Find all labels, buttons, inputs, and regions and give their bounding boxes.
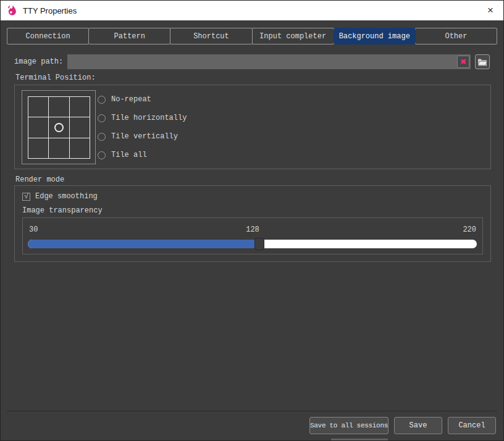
- tab-input-completer[interactable]: Input completer: [252, 28, 334, 44]
- tab-label: Other: [445, 32, 467, 41]
- radio-icon: [98, 96, 106, 104]
- grid-cell-bottom-left[interactable]: [28, 138, 49, 159]
- radio-no-repeat[interactable]: No-repeat: [98, 90, 187, 109]
- radio-tile-all[interactable]: Tile all: [98, 146, 187, 164]
- cancel-button[interactable]: Cancel: [448, 417, 496, 434]
- radio-tile-horizontally[interactable]: Tile horizontally: [98, 109, 187, 127]
- save-button[interactable]: Save: [394, 417, 442, 434]
- grid-cell-top-center[interactable]: [49, 97, 69, 117]
- position-grid[interactable]: [22, 90, 96, 164]
- slider-handle[interactable]: [254, 238, 264, 250]
- image-transparency-label: Image transparency: [22, 206, 103, 215]
- image-path-label: image path:: [14, 57, 63, 66]
- terminal-position-label: Terminal Position:: [15, 74, 96, 82]
- tab-bar: Connection Pattern Shortcut Input comple…: [7, 28, 497, 44]
- tab-label: Pattern: [114, 32, 145, 41]
- edge-smoothing-checkbox-row[interactable]: √ Edge smoothing: [22, 192, 98, 201]
- slider-scale-labels: 30 128 220: [23, 225, 482, 234]
- transparency-slider[interactable]: [28, 240, 477, 248]
- footer-separator: [7, 411, 497, 411]
- save-to-all-sessions-button[interactable]: Save to all sessions: [309, 417, 388, 434]
- tab-label: Connection: [26, 32, 70, 41]
- grid-cell-bottom-center[interactable]: [49, 138, 69, 159]
- tab-pattern[interactable]: Pattern: [88, 28, 170, 44]
- radio-label: No-repeat: [111, 95, 151, 104]
- radio-icon: [98, 151, 106, 159]
- flame-icon: [6, 4, 19, 17]
- tab-label: Input completer: [259, 32, 326, 41]
- close-icon[interactable]: ×: [481, 2, 500, 19]
- grid-cell-top-right[interactable]: [70, 97, 90, 117]
- selected-position-dot: [54, 123, 64, 132]
- terminal-position-group: No-repeat Tile horizontally Tile vertica…: [14, 85, 491, 169]
- render-mode-label: Render mode: [15, 175, 64, 184]
- grid-cell-top-left[interactable]: [28, 97, 49, 117]
- radio-icon: [98, 133, 106, 141]
- tty-properties-dialog: TTY Properties × Connection Pattern Shor…: [0, 0, 504, 441]
- radio-label: Tile all: [111, 151, 147, 159]
- titlebar: TTY Properties ×: [1, 1, 503, 20]
- repeat-mode-radios: No-repeat Tile horizontally Tile vertica…: [98, 90, 187, 164]
- transparency-slider-box: 30 128 220: [22, 217, 483, 254]
- slider-value-label: 128: [23, 225, 482, 234]
- tab-shortcut[interactable]: Shortcut: [170, 28, 252, 44]
- slider-fill: [28, 240, 259, 248]
- radio-icon: [98, 114, 106, 122]
- checkbox-checked-icon[interactable]: √: [22, 193, 30, 201]
- window-title: TTY Properties: [23, 6, 77, 15]
- slider-max-label: 220: [463, 225, 476, 234]
- radio-label: Tile horizontally: [111, 114, 187, 122]
- render-mode-group: √ Edge smoothing Image transparency 30 1…: [14, 185, 491, 262]
- tab-label: Background image: [339, 32, 410, 41]
- folder-open-icon: [477, 58, 487, 66]
- grid-cell-middle-left[interactable]: [28, 117, 49, 138]
- tab-background-image[interactable]: Background image: [334, 28, 416, 44]
- image-path-input-wrap: ✖: [67, 54, 471, 69]
- tab-connection[interactable]: Connection: [7, 28, 89, 44]
- browse-folder-button[interactable]: [475, 54, 490, 69]
- edge-smoothing-label: Edge smoothing: [35, 192, 98, 201]
- image-path-row: image path: ✖: [14, 54, 490, 69]
- background-window-artifact: [331, 439, 388, 440]
- grid-cell-center-selected[interactable]: [49, 117, 69, 138]
- grid-cell-middle-right[interactable]: [70, 117, 90, 138]
- footer-buttons: Save to all sessions Save Cancel: [309, 417, 496, 434]
- radio-label: Tile vertically: [111, 132, 178, 141]
- clear-icon: ✖: [460, 57, 466, 66]
- image-path-input[interactable]: [67, 54, 471, 69]
- position-grid-cells: [28, 96, 90, 159]
- radio-tile-vertically[interactable]: Tile vertically: [98, 127, 187, 146]
- tab-other[interactable]: Other: [415, 28, 497, 44]
- tab-label: Shortcut: [193, 32, 229, 41]
- grid-cell-bottom-right[interactable]: [70, 138, 90, 159]
- clear-path-button[interactable]: ✖: [457, 56, 469, 68]
